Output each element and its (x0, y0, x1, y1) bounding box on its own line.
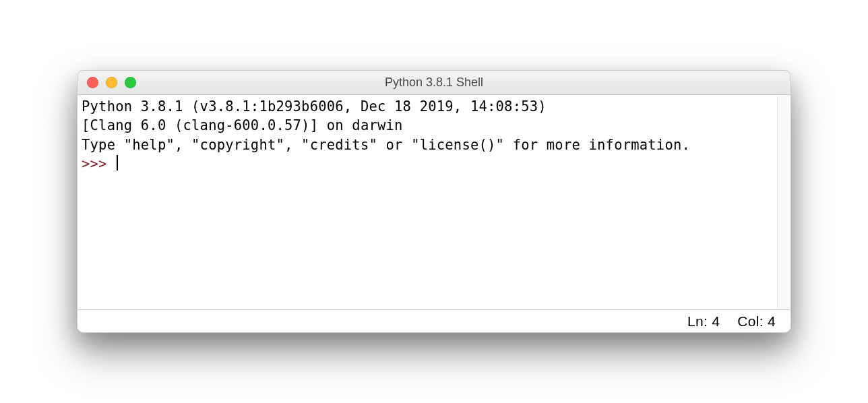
text-cursor (117, 155, 118, 170)
status-line: Ln: 4 (687, 313, 720, 330)
shell-editor[interactable]: Python 3.8.1 (v3.8.1:1b293b6006, Dec 18 … (78, 95, 777, 309)
close-button[interactable] (87, 77, 98, 88)
content-area: Python 3.8.1 (v3.8.1:1b293b6006, Dec 18 … (78, 95, 790, 309)
status-col: Col: 4 (737, 313, 776, 330)
status-bar: Ln: 4 Col: 4 (78, 309, 790, 332)
python-shell-window: Python 3.8.1 Shell Python 3.8.1 (v3.8.1:… (77, 70, 791, 333)
scrollbar[interactable] (777, 95, 790, 309)
prompt: >>> (82, 156, 115, 172)
traffic-lights (78, 77, 136, 88)
titlebar[interactable]: Python 3.8.1 Shell (78, 71, 790, 95)
banner-line-3: Type "help", "copyright", "credits" or "… (82, 137, 690, 153)
window-title: Python 3.8.1 Shell (78, 75, 790, 90)
banner-line-2: [Clang 6.0 (clang-600.0.57)] on darwin (82, 117, 403, 133)
minimize-button[interactable] (106, 77, 117, 88)
maximize-button[interactable] (125, 77, 136, 88)
banner-line-1: Python 3.8.1 (v3.8.1:1b293b6006, Dec 18 … (82, 98, 555, 115)
